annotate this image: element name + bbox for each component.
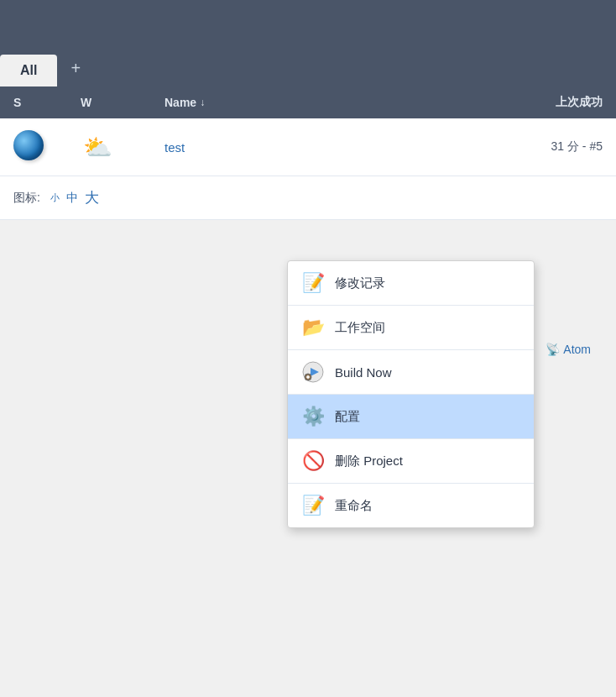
tab-bar: All + — [0, 0, 616, 86]
build-now-icon — [301, 360, 325, 384]
workspace-icon: 📂 — [301, 316, 325, 339]
project-name-link[interactable]: test — [164, 140, 435, 155]
configure-icon: ⚙️ — [301, 405, 325, 428]
rename-icon: 📝 — [301, 494, 325, 517]
menu-item-rename[interactable]: 📝 重命名 — [288, 484, 534, 527]
menu-item-change-log[interactable]: 📝 修改记录 — [288, 261, 534, 305]
last-success-value: 31 分 - #5 — [435, 139, 603, 155]
col-header-w: W — [81, 96, 164, 109]
sort-arrow-icon: ↓ — [200, 97, 205, 108]
content-area: ⛅ test 31 分 - #5 图标: 小 中 大 — [0, 118, 616, 220]
change-log-icon: 📝 — [301, 271, 325, 295]
weather-icon: ⛅ — [81, 132, 114, 162]
tab-all[interactable]: All — [0, 55, 57, 86]
menu-item-delete-project[interactable]: 🚫 删除 Project — [288, 439, 534, 483]
tab-add-button[interactable]: + — [57, 50, 94, 86]
size-small-button[interactable]: 小 — [50, 191, 60, 204]
build-now-label: Build Now — [335, 365, 392, 380]
column-header: S W Name ↓ 上次成功 — [0, 86, 616, 118]
size-selector-label: 图标: — [13, 191, 40, 206]
size-medium-button[interactable]: 中 — [66, 191, 78, 206]
rss-icon: 📡 — [546, 343, 560, 356]
atom-link[interactable]: 📡 Atom — [546, 343, 591, 356]
menu-item-workspace[interactable]: 📂 工作空间 — [288, 306, 534, 349]
status-column — [13, 130, 81, 164]
workspace-label: 工作空间 — [335, 320, 385, 336]
col-header-last-success: 上次成功 — [435, 95, 603, 110]
table-row: ⛅ test 31 分 - #5 — [0, 118, 616, 176]
menu-item-build-now[interactable]: Build Now — [288, 350, 534, 394]
col-header-name[interactable]: Name ↓ — [164, 96, 435, 109]
col-header-s: S — [13, 96, 81, 109]
weather-column: ⛅ — [81, 132, 164, 162]
menu-item-configure[interactable]: ⚙️ 配置 — [288, 395, 534, 438]
context-menu: 📝 修改记录 📂 工作空间 Build Now ⚙️ 配置 🚫 删除 Proje… — [287, 260, 535, 528]
size-selector-row: 图标: 小 中 大 — [0, 176, 616, 220]
col-header-name-label: Name — [164, 96, 196, 109]
rename-label: 重命名 — [335, 498, 373, 514]
configure-label: 配置 — [335, 409, 360, 425]
change-log-label: 修改记录 — [335, 275, 385, 291]
size-large-button[interactable]: 大 — [85, 188, 99, 207]
atom-label: Atom — [563, 343, 591, 356]
delete-project-label: 删除 Project — [335, 453, 403, 469]
status-icon-sphere — [13, 130, 44, 160]
delete-project-icon: 🚫 — [301, 449, 325, 473]
